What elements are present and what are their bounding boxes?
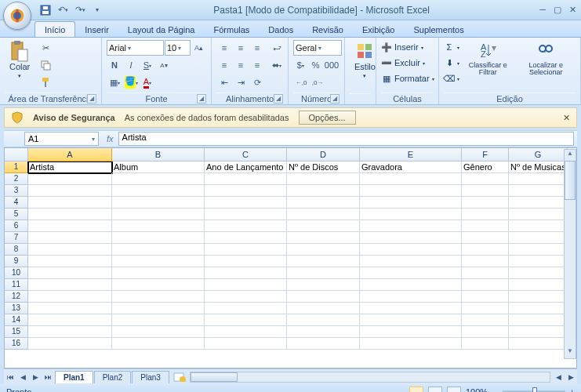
cell[interactable] bbox=[205, 232, 287, 244]
new-sheet-icon[interactable] bbox=[171, 371, 188, 383]
cell[interactable] bbox=[360, 173, 462, 185]
sheet-tab[interactable]: Plan3 bbox=[132, 371, 169, 383]
cell[interactable] bbox=[287, 279, 360, 291]
cell[interactable] bbox=[360, 314, 462, 326]
column-header[interactable]: E bbox=[360, 148, 462, 162]
cell[interactable] bbox=[112, 303, 205, 314]
column-header[interactable]: G bbox=[509, 148, 568, 162]
cell[interactable] bbox=[28, 267, 112, 279]
increase-indent-icon[interactable]: ⇥ bbox=[233, 74, 249, 90]
cell[interactable] bbox=[112, 267, 205, 279]
cell[interactable] bbox=[287, 326, 360, 338]
cell[interactable] bbox=[360, 232, 462, 244]
cell[interactable] bbox=[287, 197, 360, 209]
cell[interactable] bbox=[509, 314, 568, 326]
row-header[interactable]: 11 bbox=[5, 279, 28, 291]
cell[interactable] bbox=[509, 185, 568, 197]
bold-icon[interactable]: N bbox=[107, 57, 122, 73]
cell[interactable] bbox=[287, 173, 360, 185]
cell[interactable]: Artista bbox=[28, 162, 112, 173]
merge-icon[interactable]: ⬌▾ bbox=[268, 57, 285, 73]
border-icon[interactable]: ▦▾ bbox=[107, 74, 122, 90]
security-close-icon[interactable]: ✕ bbox=[563, 113, 570, 123]
delete-cells-button[interactable]: ➖Excluir ▾ bbox=[381, 56, 434, 70]
cell[interactable] bbox=[360, 197, 462, 209]
zoom-in-button[interactable]: + bbox=[570, 387, 575, 392]
cell[interactable] bbox=[509, 173, 568, 185]
cell[interactable] bbox=[112, 279, 205, 291]
fx-icon[interactable]: fx bbox=[102, 134, 118, 143]
cell[interactable]: Ano de Lançamento bbox=[205, 162, 287, 173]
cell[interactable] bbox=[205, 197, 287, 209]
grow-font-icon[interactable]: A▴ bbox=[191, 40, 206, 56]
cell[interactable] bbox=[28, 256, 112, 267]
cell[interactable] bbox=[28, 338, 112, 350]
cell[interactable] bbox=[28, 291, 112, 303]
cell[interactable]: Nº de Musicas bbox=[509, 162, 568, 173]
ribbon-tab-fórmulas[interactable]: Fórmulas bbox=[205, 22, 260, 37]
cell[interactable] bbox=[287, 232, 360, 244]
cell[interactable] bbox=[205, 256, 287, 267]
column-header[interactable]: F bbox=[462, 148, 509, 162]
cell[interactable] bbox=[509, 338, 568, 350]
font-size-combo[interactable]: 10▾ bbox=[165, 40, 191, 56]
cell[interactable]: Gênero bbox=[462, 162, 509, 173]
cell[interactable] bbox=[112, 338, 205, 350]
cell[interactable] bbox=[509, 326, 568, 338]
font-name-combo[interactable]: Arial▾ bbox=[107, 40, 164, 56]
percent-icon[interactable]: % bbox=[309, 57, 324, 73]
cell[interactable] bbox=[462, 279, 509, 291]
cell[interactable] bbox=[28, 232, 112, 244]
cell[interactable] bbox=[112, 220, 205, 232]
cell[interactable] bbox=[509, 244, 568, 256]
security-options-button[interactable]: Opções... bbox=[299, 111, 356, 125]
normal-view-button[interactable] bbox=[409, 387, 423, 392]
page-break-view-button[interactable] bbox=[447, 387, 461, 392]
row-header[interactable]: 12 bbox=[5, 291, 28, 303]
font-color-icon[interactable]: A▾ bbox=[140, 74, 155, 90]
cell[interactable] bbox=[112, 232, 205, 244]
copy-icon[interactable] bbox=[38, 57, 53, 73]
cell[interactable] bbox=[205, 338, 287, 350]
cell[interactable] bbox=[509, 220, 568, 232]
cell[interactable] bbox=[462, 326, 509, 338]
cell[interactable] bbox=[28, 279, 112, 291]
ribbon-tab-layout-da-página[interactable]: Layout da Página bbox=[118, 22, 205, 37]
align-left-icon[interactable]: ≡ bbox=[216, 57, 232, 73]
cell[interactable] bbox=[509, 291, 568, 303]
column-header[interactable]: B bbox=[112, 148, 205, 162]
row-header[interactable]: 8 bbox=[5, 244, 28, 256]
cell[interactable] bbox=[28, 209, 112, 220]
cell[interactable] bbox=[112, 197, 205, 209]
cell[interactable] bbox=[360, 267, 462, 279]
horizontal-scrollbar[interactable] bbox=[190, 372, 550, 383]
row-header[interactable]: 14 bbox=[5, 314, 28, 326]
cell[interactable] bbox=[28, 220, 112, 232]
fill-button[interactable]: ⬇▾ bbox=[444, 56, 459, 70]
cell[interactable] bbox=[112, 314, 205, 326]
cell[interactable] bbox=[205, 314, 287, 326]
cell[interactable] bbox=[360, 279, 462, 291]
sheet-tab[interactable]: Plan1 bbox=[55, 371, 93, 383]
cell[interactable] bbox=[462, 209, 509, 220]
decrease-decimal-icon[interactable]: ,0→ bbox=[310, 74, 325, 90]
font-dialog-icon[interactable]: ◢ bbox=[197, 94, 206, 103]
cell[interactable] bbox=[205, 291, 287, 303]
autosum-button[interactable]: Σ▾ bbox=[444, 40, 459, 54]
alignment-dialog-icon[interactable]: ◢ bbox=[274, 94, 283, 103]
shrink-font-icon[interactable]: A▾ bbox=[156, 57, 172, 73]
row-header[interactable]: 4 bbox=[5, 197, 28, 209]
row-header[interactable]: 3 bbox=[5, 185, 28, 197]
cell[interactable] bbox=[112, 291, 205, 303]
cell[interactable] bbox=[287, 220, 360, 232]
row-header[interactable]: 6 bbox=[5, 220, 28, 232]
row-header[interactable]: 1 bbox=[5, 162, 28, 173]
row-header[interactable]: 13 bbox=[5, 303, 28, 314]
cell[interactable] bbox=[205, 267, 287, 279]
name-box[interactable]: A1▾ bbox=[24, 132, 99, 146]
orientation-icon[interactable]: ⟳ bbox=[249, 74, 265, 90]
row-header[interactable]: 15 bbox=[5, 326, 28, 338]
cell[interactable] bbox=[462, 185, 509, 197]
cell[interactable] bbox=[287, 303, 360, 314]
cell[interactable] bbox=[509, 232, 568, 244]
